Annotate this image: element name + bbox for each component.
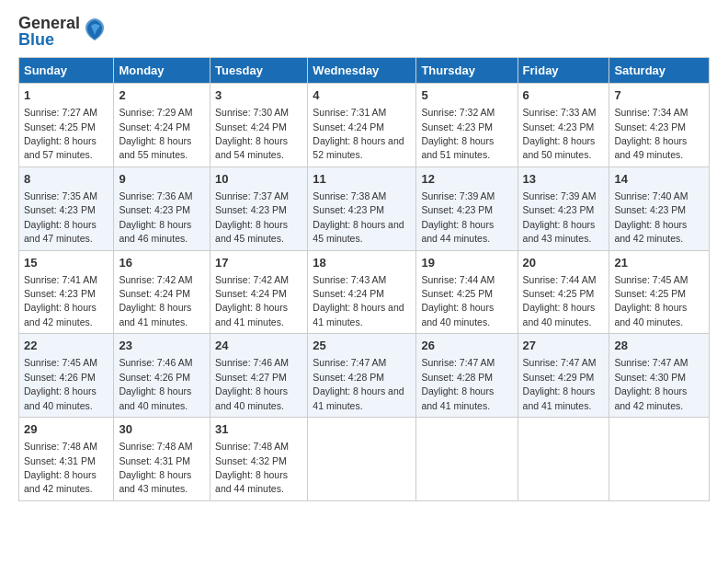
cell-info: Sunrise: 7:42 AMSunset: 4:24 PMDaylight:… [119,274,192,327]
table-row: 11Sunrise: 7:38 AMSunset: 4:23 PMDayligh… [308,167,416,250]
cell-info: Sunrise: 7:43 AMSunset: 4:24 PMDaylight:… [313,274,404,327]
table-row: 26Sunrise: 7:47 AMSunset: 4:28 PMDayligh… [416,334,518,418]
day-number: 27 [523,338,605,354]
day-number: 16 [119,255,205,271]
day-number: 25 [313,338,411,354]
cell-info: Sunrise: 7:46 AMSunset: 4:26 PMDaylight:… [119,357,192,410]
table-row: 25Sunrise: 7:47 AMSunset: 4:28 PMDayligh… [308,334,416,418]
table-row: 13Sunrise: 7:39 AMSunset: 4:23 PMDayligh… [518,167,609,250]
day-number: 26 [421,338,512,354]
table-row [609,418,710,501]
col-saturday: Saturday [609,58,710,84]
cell-info: Sunrise: 7:48 AMSunset: 4:31 PMDaylight:… [24,441,97,494]
col-wednesday: Wednesday [308,58,416,84]
cell-info: Sunrise: 7:27 AMSunset: 4:25 PMDaylight:… [24,107,97,160]
table-row: 24Sunrise: 7:46 AMSunset: 4:27 PMDayligh… [210,334,308,418]
cell-info: Sunrise: 7:48 AMSunset: 4:31 PMDaylight:… [119,441,192,494]
cell-info: Sunrise: 7:30 AMSunset: 4:24 PMDaylight:… [215,107,289,160]
table-row: 1Sunrise: 7:27 AMSunset: 4:25 PMDaylight… [19,84,114,167]
calendar-week-1: 1Sunrise: 7:27 AMSunset: 4:25 PMDaylight… [19,84,710,167]
day-number: 3 [215,87,302,104]
day-number: 19 [421,255,512,271]
table-row: 31Sunrise: 7:48 AMSunset: 4:32 PMDayligh… [210,418,308,501]
day-number: 1 [24,87,108,104]
day-number: 31 [215,421,302,438]
col-monday: Monday [114,58,210,84]
cell-info: Sunrise: 7:42 AMSunset: 4:24 PMDaylight:… [215,274,289,327]
day-number: 15 [24,255,108,271]
cell-info: Sunrise: 7:47 AMSunset: 4:29 PMDaylight:… [523,357,597,410]
table-row: 20Sunrise: 7:44 AMSunset: 4:25 PMDayligh… [518,250,609,334]
table-row: 17Sunrise: 7:42 AMSunset: 4:24 PMDayligh… [210,250,308,334]
calendar-table: Sunday Monday Tuesday Wednesday Thursday… [18,57,710,501]
table-row [416,418,518,501]
day-number: 5 [421,87,512,104]
day-number: 12 [421,171,512,188]
table-row: 15Sunrise: 7:41 AMSunset: 4:23 PMDayligh… [19,250,114,334]
cell-info: Sunrise: 7:37 AMSunset: 4:23 PMDaylight:… [215,190,289,244]
day-number: 14 [614,171,704,188]
day-number: 7 [614,87,704,104]
header-row: Sunday Monday Tuesday Wednesday Thursday… [19,58,710,84]
calendar-week-5: 29Sunrise: 7:48 AMSunset: 4:31 PMDayligh… [19,418,710,501]
cell-info: Sunrise: 7:44 AMSunset: 4:25 PMDaylight:… [421,274,495,327]
day-number: 30 [119,421,205,438]
logo-blue: Blue [18,31,80,48]
calendar-week-4: 22Sunrise: 7:45 AMSunset: 4:26 PMDayligh… [19,334,710,418]
table-row: 3Sunrise: 7:30 AMSunset: 4:24 PMDaylight… [210,84,308,167]
day-number: 29 [24,421,108,438]
day-number: 11 [313,171,411,188]
table-row: 14Sunrise: 7:40 AMSunset: 4:23 PMDayligh… [609,167,710,250]
cell-info: Sunrise: 7:35 AMSunset: 4:23 PMDaylight:… [24,190,97,244]
day-number: 13 [523,171,605,188]
cell-info: Sunrise: 7:40 AMSunset: 4:23 PMDaylight:… [614,190,688,244]
cell-info: Sunrise: 7:31 AMSunset: 4:24 PMDaylight:… [313,107,404,160]
cell-info: Sunrise: 7:45 AMSunset: 4:26 PMDaylight:… [24,357,97,410]
day-number: 23 [119,338,205,354]
table-row: 28Sunrise: 7:47 AMSunset: 4:30 PMDayligh… [609,334,710,418]
cell-info: Sunrise: 7:36 AMSunset: 4:23 PMDaylight:… [119,190,192,244]
table-row: 5Sunrise: 7:32 AMSunset: 4:23 PMDaylight… [416,84,518,167]
table-row: 27Sunrise: 7:47 AMSunset: 4:29 PMDayligh… [518,334,609,418]
cell-info: Sunrise: 7:48 AMSunset: 4:32 PMDaylight:… [215,441,289,494]
table-row: 29Sunrise: 7:48 AMSunset: 4:31 PMDayligh… [19,418,114,501]
cell-info: Sunrise: 7:29 AMSunset: 4:24 PMDaylight:… [119,107,192,160]
cell-info: Sunrise: 7:39 AMSunset: 4:23 PMDaylight:… [421,190,495,244]
table-row: 19Sunrise: 7:44 AMSunset: 4:25 PMDayligh… [416,250,518,334]
cell-info: Sunrise: 7:47 AMSunset: 4:28 PMDaylight:… [421,357,495,410]
day-number: 9 [119,171,205,188]
day-number: 24 [215,338,302,354]
calendar-week-2: 8Sunrise: 7:35 AMSunset: 4:23 PMDaylight… [19,167,710,250]
table-row: 9Sunrise: 7:36 AMSunset: 4:23 PMDaylight… [114,167,210,250]
day-number: 2 [119,87,205,104]
table-row: 18Sunrise: 7:43 AMSunset: 4:24 PMDayligh… [308,250,416,334]
table-row: 2Sunrise: 7:29 AMSunset: 4:24 PMDaylight… [114,84,210,167]
logo-bird-icon [82,17,108,46]
day-number: 22 [24,338,108,354]
table-row: 23Sunrise: 7:46 AMSunset: 4:26 PMDayligh… [114,334,210,418]
col-friday: Friday [518,58,609,84]
calendar-week-3: 15Sunrise: 7:41 AMSunset: 4:23 PMDayligh… [19,250,710,334]
cell-info: Sunrise: 7:47 AMSunset: 4:28 PMDaylight:… [313,357,404,410]
cell-info: Sunrise: 7:33 AMSunset: 4:23 PMDaylight:… [523,107,597,160]
cell-info: Sunrise: 7:46 AMSunset: 4:27 PMDaylight:… [215,357,289,410]
cell-info: Sunrise: 7:39 AMSunset: 4:23 PMDaylight:… [523,190,597,244]
cell-info: Sunrise: 7:38 AMSunset: 4:23 PMDaylight:… [313,190,404,244]
table-row: 21Sunrise: 7:45 AMSunset: 4:25 PMDayligh… [609,250,710,334]
table-row: 6Sunrise: 7:33 AMSunset: 4:23 PMDaylight… [518,84,609,167]
table-row: 12Sunrise: 7:39 AMSunset: 4:23 PMDayligh… [416,167,518,250]
day-number: 28 [614,338,704,354]
day-number: 6 [523,87,605,104]
header: General Blue [18,15,710,48]
cell-info: Sunrise: 7:44 AMSunset: 4:25 PMDaylight:… [523,274,597,327]
table-row: 16Sunrise: 7:42 AMSunset: 4:24 PMDayligh… [114,250,210,334]
cell-info: Sunrise: 7:32 AMSunset: 4:23 PMDaylight:… [421,107,495,160]
table-row: 30Sunrise: 7:48 AMSunset: 4:31 PMDayligh… [114,418,210,501]
day-number: 20 [523,255,605,271]
logo: General Blue [18,15,108,48]
col-thursday: Thursday [416,58,518,84]
day-number: 21 [614,255,704,271]
cell-info: Sunrise: 7:45 AMSunset: 4:25 PMDaylight:… [614,274,688,327]
day-number: 18 [313,255,411,271]
col-tuesday: Tuesday [210,58,308,84]
